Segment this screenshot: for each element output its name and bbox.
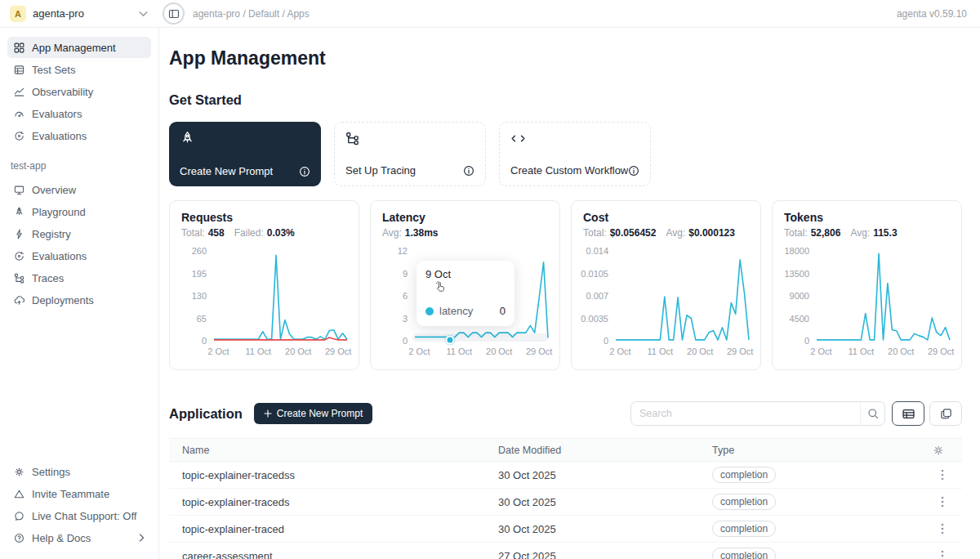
- create-new-prompt-card[interactable]: Create New Prompt: [169, 122, 321, 186]
- sidebar-item-observability[interactable]: Observability: [7, 81, 151, 102]
- info-icon[interactable]: [299, 166, 310, 177]
- workspace-selector[interactable]: A agenta-pro: [0, 6, 159, 22]
- x-tick-label: 11 Oct: [648, 347, 674, 356]
- table-row[interactable]: topic-explainer-tracedss30 Oct 2025compl…: [169, 462, 962, 489]
- sidebar-item-invite-teammate[interactable]: Invite Teammate: [7, 483, 151, 504]
- sidebar-item-help-docs[interactable]: Help & Docs: [7, 527, 151, 548]
- row-menu-button[interactable]: [941, 550, 944, 559]
- column-header-date-modified[interactable]: Date Modified: [498, 445, 712, 456]
- chart-stat: Total:$0.056452: [583, 227, 656, 239]
- tooltip-series-name: latency: [439, 305, 473, 317]
- sidebar-item-playground[interactable]: Playground: [7, 201, 151, 222]
- table-view-button[interactable]: [892, 401, 924, 426]
- date-modified-cell: 30 Oct 2025: [498, 469, 712, 481]
- date-modified-cell: 30 Oct 2025: [498, 496, 712, 508]
- refresh-circle-icon: [14, 131, 24, 141]
- triangle-icon: [14, 489, 24, 499]
- sidebar-item-test-sets[interactable]: Test Sets: [7, 59, 151, 80]
- sidebar-item-app-evaluations[interactable]: Evaluations: [7, 245, 151, 266]
- sidebar-item-label: Help & Docs: [32, 532, 91, 544]
- sidebar-item-evaluators[interactable]: Evaluators: [7, 103, 151, 124]
- chart-title: Cost: [583, 211, 749, 224]
- sidebar-item-label: App Management: [32, 42, 116, 54]
- column-header-name[interactable]: Name: [169, 445, 498, 456]
- sidebar-item-settings[interactable]: Settings: [7, 461, 151, 482]
- view-toggle: [892, 401, 962, 426]
- set-up-tracing-card[interactable]: Set Up Tracing: [334, 122, 486, 186]
- type-cell: completion: [712, 494, 908, 510]
- line-chart[interactable]: [616, 251, 749, 341]
- table-row[interactable]: topic-explainer-traced30 Oct 2025complet…: [169, 516, 962, 543]
- y-tick-label: 6: [403, 291, 408, 301]
- create-new-prompt-button[interactable]: Create New Prompt: [254, 403, 372, 424]
- breadcrumb[interactable]: agenta-pro / Default / Apps: [193, 8, 310, 20]
- x-tick-label: 29 Oct: [928, 347, 954, 356]
- y-tick-label: 12: [398, 246, 408, 256]
- page-title: App Management: [169, 46, 962, 70]
- line-chart[interactable]: [817, 251, 950, 341]
- y-tick-label: 0.007: [586, 291, 608, 301]
- y-tick-label: 0.0105: [581, 269, 608, 279]
- sidebar: App Management Test Sets Observability E…: [0, 28, 159, 559]
- rocket-icon: [14, 207, 24, 217]
- sidebar-item-app-management[interactable]: App Management: [7, 37, 151, 58]
- sidebar-item-live-chat-support[interactable]: Live Chat Support: Off: [7, 505, 151, 526]
- sidebar-item-traces[interactable]: Traces: [7, 267, 151, 288]
- line-chart[interactable]: [214, 251, 347, 341]
- chart-plot-area: 260195130650: [181, 251, 347, 341]
- top-bar: A agenta-pro agenta-pro / Default / Apps…: [0, 0, 980, 28]
- sidebar-item-registry[interactable]: Registry: [7, 223, 151, 244]
- y-tick-label: 0: [804, 336, 809, 346]
- app-name-cell: topic-explainer-traceds: [169, 496, 498, 508]
- row-menu-button[interactable]: [941, 496, 944, 508]
- table-row[interactable]: career-assessment27 Oct 2025completion: [169, 543, 962, 559]
- table-icon: [14, 65, 24, 75]
- chart-tooltip: 9 Oct latency 0: [416, 261, 514, 326]
- create-custom-workflow-card[interactable]: Create Custom Workflow: [499, 122, 651, 186]
- column-header-type[interactable]: Type: [712, 445, 908, 456]
- search-input[interactable]: [631, 402, 860, 425]
- plot-wrap: 9 Oct latency 0: [415, 251, 548, 341]
- search-icon[interactable]: [860, 402, 884, 425]
- version-label: agenta v0.59.10: [897, 8, 980, 20]
- sidebar-item-deployments[interactable]: Deployments: [7, 289, 151, 311]
- sidebar-spacer: [7, 311, 151, 461]
- sidebar-item-label: Evaluations: [32, 250, 87, 262]
- info-icon[interactable]: [463, 165, 474, 177]
- card-label: Create New Prompt: [180, 165, 273, 177]
- sidebar-item-label: Live Chat Support: Off: [32, 510, 136, 522]
- chevron-right-icon: [139, 534, 145, 542]
- row-menu-button[interactable]: [941, 523, 944, 534]
- sidebar-item-evaluations[interactable]: Evaluations: [7, 125, 151, 146]
- main-content: App Management Get Started Create New Pr…: [159, 28, 980, 559]
- get-started-cards: Create New Prompt Set Up Tracing Create …: [169, 122, 962, 186]
- sidebar-item-overview[interactable]: Overview: [7, 179, 151, 200]
- card-view-button[interactable]: [929, 401, 962, 426]
- tokens-chart-card: Tokens Total:52,806Avg:115.3 18000135009…: [772, 200, 962, 370]
- row-menu-button[interactable]: [941, 469, 944, 481]
- x-tick-label: 11 Oct: [447, 347, 473, 356]
- chart-stat: Avg:115.3: [850, 227, 897, 239]
- sidebar-group-label: test-app: [11, 160, 148, 172]
- table-view-icon: [902, 408, 915, 420]
- y-tick-label: 65: [197, 314, 207, 324]
- monitor-icon: [14, 185, 24, 195]
- y-tick-label: 4500: [790, 314, 809, 324]
- table-row[interactable]: topic-explainer-traceds30 Oct 2025comple…: [169, 489, 962, 516]
- series-dot-icon: [425, 307, 434, 315]
- x-axis: 2 Oct11 Oct20 Oct29 Oct: [616, 345, 749, 358]
- type-cell: completion: [712, 521, 908, 537]
- type-cell: completion: [712, 548, 908, 559]
- sidebar-item-label: Registry: [32, 228, 71, 240]
- x-tick-label: 20 Oct: [486, 347, 512, 356]
- chart-stat: Failed:0.03%: [234, 227, 295, 239]
- card-label: Set Up Tracing: [345, 164, 416, 177]
- tracing-tree-icon: [345, 132, 474, 145]
- cloud-icon: [14, 295, 24, 306]
- sidebar-toggle-button[interactable]: [163, 2, 185, 25]
- y-tick-label: 260: [192, 246, 207, 256]
- sidebar-item-label: Evaluators: [32, 108, 82, 120]
- gear-icon[interactable]: [933, 445, 944, 456]
- y-tick-label: 0: [202, 336, 207, 346]
- info-icon[interactable]: [628, 165, 639, 177]
